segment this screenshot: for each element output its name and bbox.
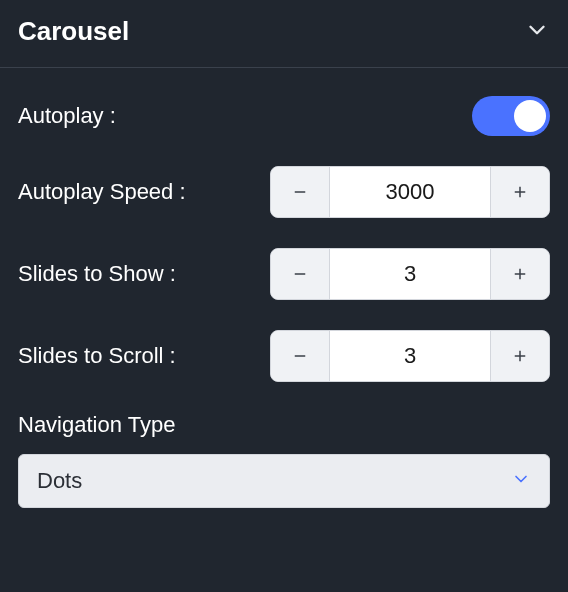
autoplay-speed-row: Autoplay Speed :: [18, 166, 550, 218]
slides-show-row: Slides to Show :: [18, 248, 550, 300]
decrement-button[interactable]: [271, 331, 329, 381]
toggle-knob: [514, 100, 546, 132]
decrement-button[interactable]: [271, 167, 329, 217]
autoplay-speed-stepper: [270, 166, 550, 218]
slides-scroll-input[interactable]: [329, 331, 491, 381]
autoplay-speed-input[interactable]: [329, 167, 491, 217]
panel-header[interactable]: Carousel: [0, 0, 568, 68]
slides-scroll-stepper: [270, 330, 550, 382]
increment-button[interactable]: [491, 167, 549, 217]
slides-show-stepper: [270, 248, 550, 300]
panel-title: Carousel: [18, 16, 129, 47]
autoplay-label: Autoplay :: [18, 103, 116, 129]
chevron-down-icon: [511, 469, 531, 493]
slides-scroll-row: Slides to Scroll :: [18, 330, 550, 382]
increment-button[interactable]: [491, 331, 549, 381]
decrement-button[interactable]: [271, 249, 329, 299]
navigation-type-select[interactable]: Dots: [18, 454, 550, 508]
slides-show-input[interactable]: [329, 249, 491, 299]
autoplay-row: Autoplay :: [18, 96, 550, 136]
navigation-type-value: Dots: [37, 468, 82, 494]
autoplay-speed-label: Autoplay Speed :: [18, 179, 186, 205]
panel-body: Autoplay : Autoplay Speed : Slides to Sh…: [0, 68, 568, 526]
increment-button[interactable]: [491, 249, 549, 299]
slides-show-label: Slides to Show :: [18, 261, 176, 287]
autoplay-toggle[interactable]: [472, 96, 550, 136]
chevron-down-icon: [524, 17, 550, 47]
slides-scroll-label: Slides to Scroll :: [18, 343, 176, 369]
navigation-type-label: Navigation Type: [18, 412, 550, 438]
